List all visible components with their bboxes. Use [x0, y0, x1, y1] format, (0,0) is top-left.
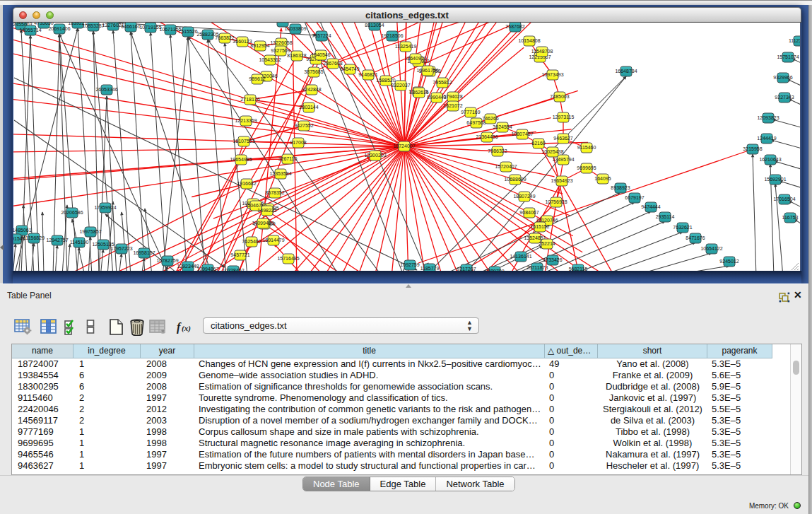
svg-text:f: f	[177, 321, 182, 334]
svg-text:10543362: 10543362	[259, 57, 281, 62]
svg-text:164095: 164095	[594, 176, 611, 181]
svg-text:6466160: 6466160	[121, 24, 140, 29]
svg-text:6679197: 6679197	[625, 195, 644, 200]
svg-text:8578352: 8578352	[265, 190, 284, 195]
svg-text:2687682: 2687682	[505, 24, 524, 29]
svg-text:14055714: 14055714	[19, 28, 41, 33]
svg-text:20206586: 20206586	[61, 210, 83, 215]
svg-text:8186328: 8186328	[287, 53, 306, 58]
svg-text:6497568: 6497568	[466, 120, 486, 125]
svg-text:7625402: 7625402	[242, 239, 261, 244]
svg-text:9227343: 9227343	[775, 95, 794, 100]
svg-text:8938923: 8938923	[611, 185, 630, 190]
svg-text:16648784: 16648784	[615, 69, 637, 74]
svg-text:1185779: 1185779	[420, 266, 440, 271]
svg-text:(x): (x)	[182, 324, 191, 333]
svg-text:8813054: 8813054	[365, 23, 384, 28]
svg-text:10154808: 10154808	[518, 38, 540, 43]
svg-text:16914479: 16914479	[262, 238, 284, 243]
svg-text:19218506: 19218506	[381, 33, 403, 38]
svg-text:9242848: 9242848	[302, 87, 321, 92]
svg-text:9146821: 9146821	[358, 72, 377, 77]
svg-text:26053346: 26053346	[95, 87, 117, 92]
svg-text:17359924: 17359924	[94, 205, 116, 210]
svg-text:1498222: 1498222	[257, 208, 276, 213]
svg-text:9699695: 9699695	[577, 165, 596, 170]
svg-text:9245012: 9245012	[719, 259, 739, 264]
svg-text:746266: 746266	[482, 116, 498, 121]
svg-text:8322037: 8322037	[391, 83, 410, 88]
svg-text:989612: 989612	[249, 76, 265, 81]
svg-text:10756928: 10756928	[545, 199, 567, 204]
svg-text:2935114: 2935114	[656, 214, 675, 219]
svg-text:7955812: 7955812	[433, 80, 452, 85]
svg-text:3660123: 3660123	[233, 39, 252, 44]
svg-text:4735650: 4735650	[34, 23, 53, 25]
svg-text:7357224: 7357224	[312, 33, 331, 38]
svg-text:12213369: 12213369	[235, 118, 257, 123]
svg-text:19654923: 19654923	[551, 178, 572, 183]
svg-text:1485061: 1485061	[13, 228, 32, 233]
svg-text:252214: 252214	[539, 241, 555, 246]
svg-text:11123456: 11123456	[789, 38, 801, 43]
svg-text:9327509: 9327509	[271, 48, 290, 53]
svg-text:7986322: 7986322	[488, 148, 507, 153]
svg-text:2803144: 2803144	[299, 105, 318, 110]
svg-text:1145190: 1145190	[70, 240, 89, 245]
svg-text:1733426: 1733426	[543, 257, 562, 262]
svg-text:9463627: 9463627	[553, 136, 572, 141]
svg-text:1540546: 1540546	[311, 52, 330, 57]
svg-text:1362616: 1362616	[409, 90, 428, 95]
svg-text:2867608: 2867608	[323, 61, 342, 66]
svg-text:1588520: 1588520	[376, 78, 395, 83]
svg-text:12093823: 12093823	[757, 115, 779, 120]
svg-text:12300203: 12300203	[364, 153, 386, 158]
svg-text:19654985: 19654985	[230, 157, 252, 162]
svg-text:15692901: 15692901	[764, 177, 786, 182]
svg-text:25711873: 25711873	[526, 265, 548, 270]
svg-text:7485003: 7485003	[550, 94, 569, 99]
svg-text:2718176: 2718176	[240, 97, 259, 102]
svg-text:10853287: 10853287	[82, 23, 104, 28]
svg-text:16033809: 16033809	[284, 26, 306, 31]
svg-text:917008: 917008	[290, 140, 306, 145]
svg-text:15716485: 15716485	[277, 256, 299, 261]
svg-text:13226058: 13226058	[270, 40, 292, 45]
svg-text:12942757: 12942757	[46, 238, 68, 243]
svg-text:3875685: 3875685	[304, 69, 323, 74]
svg-text:10961756: 10961756	[416, 68, 438, 73]
svg-text:17957223: 17957223	[110, 246, 132, 251]
svg-text:1092759: 1092759	[400, 262, 419, 267]
svg-text:9777169: 9777169	[461, 110, 480, 115]
svg-text:9329966: 9329966	[773, 75, 792, 80]
svg-text:16958167: 16958167	[133, 250, 155, 255]
svg-text:6794028: 6794028	[443, 94, 462, 99]
svg-text:10807487: 10807487	[511, 132, 533, 136]
svg-text:19975857: 19975857	[79, 229, 101, 234]
svg-text:62160: 62160	[531, 141, 546, 146]
svg-text:9115460: 9115460	[577, 145, 596, 150]
svg-text:3215958: 3215958	[743, 146, 762, 151]
svg-text:10025438: 10025438	[541, 149, 563, 154]
svg-text:9084067: 9084067	[519, 210, 539, 215]
svg-text:15720407: 15720407	[495, 164, 517, 169]
svg-text:18724007: 18724007	[393, 144, 415, 148]
svg-text:3267110: 3267110	[278, 156, 298, 161]
svg-text:9427552: 9427552	[294, 123, 313, 128]
svg-text:1615152: 1615152	[530, 224, 549, 229]
svg-text:14136141: 14136141	[510, 254, 531, 259]
svg-text:17016504: 17016504	[773, 197, 795, 201]
svg-text:18640910: 18640910	[404, 56, 426, 61]
svg-text:11548708: 11548708	[531, 49, 553, 54]
svg-text:12353584: 12353584	[269, 171, 291, 176]
svg-text:20691406: 20691406	[48, 26, 70, 31]
svg-text:116753: 116753	[782, 215, 799, 220]
svg-text:8471676: 8471676	[686, 235, 705, 240]
svg-text:7632621: 7632621	[673, 225, 692, 230]
svg-text:1244419: 1244419	[757, 136, 776, 141]
svg-text:16782759: 16782759	[156, 258, 178, 263]
svg-text:10973493: 10973493	[541, 72, 563, 77]
svg-text:21364436: 21364436	[476, 134, 498, 139]
svg-text:11156829: 11156829	[23, 235, 45, 240]
svg-text:10654122: 10654122	[700, 246, 722, 251]
